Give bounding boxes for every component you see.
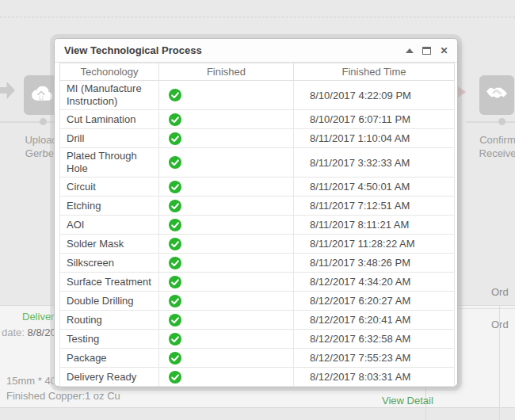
technology-cell: Circuit bbox=[60, 178, 159, 197]
dialog-titlebar[interactable]: View Technological Process ✕ bbox=[55, 39, 457, 63]
finished-cell bbox=[159, 110, 294, 129]
finished-check-icon bbox=[169, 181, 181, 193]
finished-time-cell: 8/12/2017 6:20:27 AM bbox=[294, 292, 455, 311]
technology-cell: Surface Treatment bbox=[60, 273, 159, 292]
finished-cell bbox=[159, 349, 294, 368]
finished-cell bbox=[159, 311, 294, 330]
finished-time-cell: 8/12/2017 7:55:23 AM bbox=[294, 349, 455, 368]
step-dot bbox=[498, 118, 505, 125]
table-row: Double Drilling 8/12/2017 6:20:27 AM bbox=[60, 292, 455, 311]
finished-check-icon bbox=[169, 371, 181, 384]
finished-cell bbox=[159, 273, 294, 292]
step-arrow-icon bbox=[458, 86, 466, 97]
technology-cell: Package bbox=[60, 349, 159, 368]
handshake-icon bbox=[484, 84, 509, 106]
table-row: Surface Treatment 8/12/2017 4:34:20 AM bbox=[60, 273, 455, 292]
technology-cell: Double Drilling bbox=[60, 292, 159, 311]
finished-time-cell: 8/12/2017 8:03:31 AM bbox=[294, 368, 455, 387]
finished-cell bbox=[159, 292, 294, 311]
finished-time-cell: 8/11/2017 7:12:51 AM bbox=[294, 197, 455, 216]
confirm-receive-label: Confirm Receive bbox=[469, 133, 515, 160]
technology-cell: Cut Lamination bbox=[60, 110, 159, 129]
table-row: Solder Mask 8/11/2017 11:28:22 AM bbox=[60, 235, 455, 254]
technology-cell: Testing bbox=[60, 330, 159, 349]
maximize-icon bbox=[422, 47, 431, 55]
collapse-icon bbox=[406, 48, 414, 53]
finished-check-icon bbox=[169, 113, 181, 126]
finished-cell bbox=[159, 368, 294, 387]
cloud-upload-icon bbox=[29, 84, 54, 106]
table-row: Package 8/12/2017 7:55:23 AM bbox=[60, 349, 455, 368]
finished-time-cell: 8/10/2017 4:22:09 PM bbox=[294, 81, 455, 110]
collapse-button[interactable] bbox=[404, 45, 414, 55]
process-table: Techonology Finished Finished Time MI (M… bbox=[59, 63, 455, 387]
table-row: Etching 8/11/2017 7:12:51 AM bbox=[60, 197, 455, 216]
technology-cell: MI (Manufacture Instruction) bbox=[60, 81, 159, 110]
technology-cell: Plated Through Hole bbox=[60, 148, 159, 178]
finished-time-cell: 8/11/2017 11:28:22 AM bbox=[294, 235, 455, 254]
finished-time-cell: 8/12/2017 4:34:20 AM bbox=[294, 273, 455, 292]
table-row: Drill 8/11/2017 1:10:04 AM bbox=[60, 129, 455, 148]
finished-check-icon bbox=[169, 295, 181, 307]
technology-cell: Routing bbox=[60, 311, 159, 330]
close-icon: ✕ bbox=[440, 46, 448, 55]
table-row: MI (Manufacture Instruction) 8/10/2017 4… bbox=[60, 81, 455, 110]
finished-check-icon bbox=[169, 132, 181, 145]
finished-cell bbox=[159, 216, 294, 235]
technology-cell: Silkscreen bbox=[60, 254, 159, 273]
view-detail-link[interactable]: View Detail bbox=[382, 395, 433, 407]
finished-time-cell: 8/10/2017 6:07:11 PM bbox=[294, 110, 455, 129]
table-row: Circuit 8/11/2017 4:50:01 AM bbox=[60, 178, 455, 197]
table-row: Silkscreen 8/11/2017 3:48:26 PM bbox=[60, 254, 455, 273]
table-header-row: Techonology Finished Finished Time bbox=[60, 63, 455, 81]
table-row: Testing 8/12/2017 6:32:58 AM bbox=[60, 330, 455, 349]
finished-check-icon bbox=[169, 276, 181, 288]
column-header-finished: Finished bbox=[159, 63, 294, 81]
order-column-text: Ord bbox=[491, 286, 509, 298]
finished-check-icon bbox=[169, 257, 181, 269]
finished-time-cell: 8/11/2017 3:48:26 PM bbox=[294, 254, 455, 273]
close-button[interactable]: ✕ bbox=[439, 45, 449, 55]
technology-cell: Etching bbox=[60, 197, 159, 216]
step-connector-line bbox=[466, 121, 515, 123]
column-header-technology: Techonology bbox=[60, 63, 159, 81]
finished-copper-text: Finished Copper:1 oz Cu bbox=[6, 390, 120, 402]
table-row: Plated Through Hole 8/11/2017 3:32:33 AM bbox=[60, 148, 455, 178]
finished-time-cell: 8/12/2017 6:32:58 AM bbox=[294, 330, 455, 349]
table-row: Cut Lamination 8/10/2017 6:07:11 PM bbox=[60, 110, 455, 129]
window-controls: ✕ bbox=[404, 45, 449, 55]
finished-check-icon bbox=[169, 89, 181, 101]
maximize-button[interactable] bbox=[422, 45, 432, 55]
finished-check-icon bbox=[169, 314, 181, 326]
finished-cell bbox=[159, 129, 294, 148]
technology-cell: Drill bbox=[60, 129, 159, 148]
dialog-title: View Technological Process bbox=[64, 44, 404, 56]
table-row: Delivery Ready 8/12/2017 8:03:31 AM bbox=[60, 368, 455, 387]
finished-time-cell: 8/11/2017 8:11:21 AM bbox=[294, 216, 455, 235]
top-dashed-divider bbox=[0, 17, 515, 17]
finished-time-cell: 8/11/2017 4:50:01 AM bbox=[294, 178, 455, 197]
page: Upload Gerber Confirm Receive Delivery d… bbox=[0, 0, 515, 420]
finished-time-cell: 8/12/2017 6:20:41 AM bbox=[294, 311, 455, 330]
finished-cell bbox=[159, 254, 294, 273]
technology-cell: Solder Mask bbox=[60, 235, 159, 254]
view-technological-process-dialog: View Technological Process ✕ Techonology… bbox=[54, 38, 458, 387]
confirm-receive-step[interactable] bbox=[479, 75, 514, 115]
finished-cell bbox=[159, 148, 294, 178]
finished-check-icon bbox=[169, 238, 181, 250]
finished-cell bbox=[159, 235, 294, 254]
finished-cell bbox=[159, 81, 294, 110]
finished-time-cell: 8/11/2017 3:32:33 AM bbox=[294, 148, 455, 178]
table-row: AOI 8/11/2017 8:11:21 AM bbox=[60, 216, 455, 235]
finished-check-icon bbox=[169, 200, 181, 212]
technology-cell: Delivery Ready bbox=[60, 368, 159, 387]
finished-cell bbox=[159, 197, 294, 216]
step-arrow-icon bbox=[0, 82, 15, 99]
finished-check-icon bbox=[169, 219, 181, 231]
column-divider bbox=[499, 305, 500, 420]
step-dot bbox=[40, 118, 47, 125]
finished-cell bbox=[159, 178, 294, 197]
finished-time-cell: 8/11/2017 1:10:04 AM bbox=[294, 129, 455, 148]
technology-cell: AOI bbox=[60, 216, 159, 235]
finished-cell bbox=[159, 330, 294, 349]
